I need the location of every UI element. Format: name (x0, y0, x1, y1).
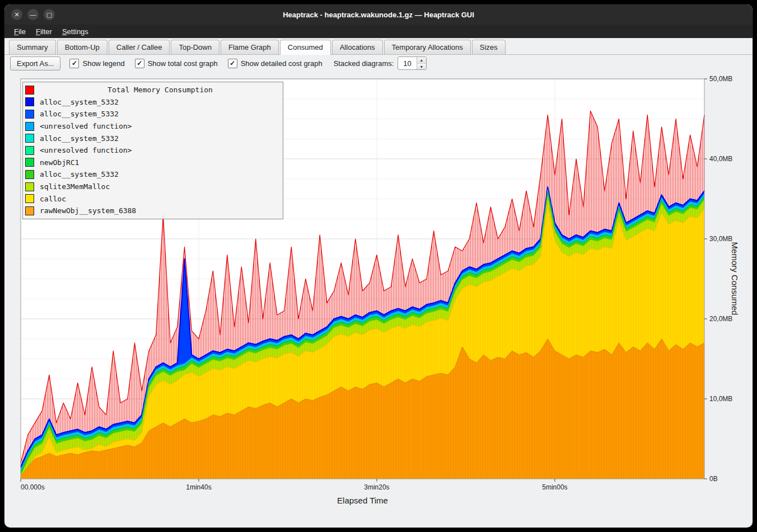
checkbox-box[interactable]: ✓ (69, 59, 79, 68)
checkbox-show-detailed-cost-graph[interactable]: ✓Show detailed cost graph (228, 59, 323, 68)
legend-item: <unresolved function> (25, 120, 281, 133)
menu-file[interactable]: File (9, 26, 31, 37)
x-tick-label: 5min00s (542, 483, 567, 491)
tab-allocations[interactable]: Allocations (332, 40, 383, 54)
tab-flame-graph[interactable]: Flame Graph (221, 40, 279, 54)
export-as-button[interactable]: Export As... (10, 57, 60, 70)
spin-buttons: ▲ ▼ (417, 57, 426, 69)
y-tick-label: 10,0MB (709, 395, 732, 403)
legend-swatch (25, 182, 34, 191)
toolbar-checkboxes: ✓Show legend✓Show total cost graph✓Show … (69, 59, 322, 68)
checkbox-box[interactable]: ✓ (135, 59, 144, 68)
tab-sizes[interactable]: Sizes (472, 40, 506, 54)
x-axis-label: Elapsed Time (21, 496, 704, 505)
window-controls: ✕—▢ (4, 9, 55, 20)
y-tick-label: 40,0MB (709, 155, 732, 163)
legend-item: <unresolved function> (25, 144, 281, 157)
titlebar: Heaptrack - heaptrack.wakunode.1.gz — He… (4, 4, 753, 25)
legend-swatch (25, 158, 34, 167)
tab-consumed[interactable]: Consumed (280, 40, 331, 55)
x-tick-label: 00.000s (21, 483, 45, 491)
spin-down-button[interactable]: ▼ (417, 64, 426, 70)
legend-item: alloc__system_5332 (25, 108, 281, 120)
menu-filter[interactable]: Filter (31, 26, 57, 37)
y-tick-label: 30,0MB (709, 235, 732, 243)
toolbar: Export As... ✓Show legend✓Show total cos… (4, 55, 753, 72)
legend-label: newObjRC1 (40, 158, 79, 167)
y-tick-label: 20,0MB (709, 315, 732, 323)
legend-swatch (25, 170, 34, 179)
legend-item: alloc__system_5332 (25, 132, 281, 144)
tab-top-down[interactable]: Top-Down (171, 40, 219, 54)
spin-up-button[interactable]: ▲ (417, 57, 426, 64)
legend-item: calloc (25, 192, 281, 205)
legend-swatch (25, 110, 34, 119)
legend-swatch (25, 146, 34, 155)
legend-label: alloc__system_5332 (40, 170, 119, 178)
app-window: Heaptrack - heaptrack.wakunode.1.gz — He… (4, 4, 753, 528)
legend-item: rawNewObj__system_6388 (25, 205, 281, 217)
legend-title-row: Total Memory Consumption (25, 84, 281, 96)
legend-label: <unresolved function> (40, 122, 132, 130)
legend-swatch (25, 122, 34, 131)
legend-item: sqlite3MemMalloc (25, 181, 281, 193)
tab-summary[interactable]: Summary (9, 40, 56, 54)
stacked-diagrams-spinbox[interactable]: 10 ▲ ▼ (398, 57, 426, 70)
checkbox-label: Show detailed cost graph (241, 59, 323, 68)
menu-settings[interactable]: Settings (57, 26, 94, 37)
checkbox-label: Show legend (82, 59, 124, 68)
legend-label: alloc__system_5332 (40, 98, 119, 106)
stacked-diagrams-group: Stacked diagrams: 10 ▲ ▼ (334, 57, 427, 70)
window-title: Heaptrack - heaptrack.wakunode.1.gz — He… (4, 11, 753, 19)
y-axis-label: Memory Consumed (730, 242, 740, 316)
x-tick-label: 1min40s (186, 483, 211, 491)
legend-swatch (25, 134, 34, 143)
chart-area: 00.000s1min40s3min20s5min00s0B10,0MB20,0… (4, 72, 753, 528)
x-tick-label: 3min20s (364, 483, 389, 491)
tab-caller-callee[interactable]: Caller / Callee (109, 40, 170, 54)
checkbox-show-legend[interactable]: ✓Show legend (69, 59, 124, 68)
legend-label: rawNewObj__system_6388 (40, 206, 136, 215)
menubar: FileFilterSettings (4, 25, 753, 38)
tab-bottom-up[interactable]: Bottom-Up (57, 40, 108, 54)
maximize-button[interactable]: ▢ (44, 9, 55, 20)
minimize-button[interactable]: — (27, 9, 39, 20)
legend-label: alloc__system_5332 (40, 134, 119, 143)
y-tick-label: 0B (709, 475, 718, 483)
checkbox-label: Show total cost graph (148, 59, 218, 68)
legend-label: calloc (40, 195, 66, 203)
legend-swatch (25, 206, 34, 215)
tabbar: SummaryBottom-UpCaller / CalleeTop-DownF… (4, 38, 753, 55)
stacked-diagrams-value[interactable]: 10 (398, 57, 416, 69)
legend-title: Total Memory Consumption (40, 86, 281, 94)
stacked-diagrams-label: Stacked diagrams: (334, 59, 394, 68)
legend-label: <unresolved function> (40, 146, 132, 154)
legend-item: newObjRC1 (25, 157, 281, 169)
checkbox-show-total-cost-graph[interactable]: ✓Show total cost graph (135, 59, 218, 68)
chart-legend: Total Memory Consumptionalloc__system_53… (22, 82, 283, 219)
legend-label: sqlite3MemMalloc (40, 182, 110, 191)
legend-label: alloc__system_5332 (40, 110, 119, 118)
close-button[interactable]: ✕ (11, 9, 22, 20)
legend-swatch (25, 194, 34, 203)
y-tick-label: 50,0MB (709, 75, 732, 83)
checkbox-box[interactable]: ✓ (228, 59, 237, 68)
legend-swatch (25, 97, 34, 106)
tab-temporary-allocations[interactable]: Temporary Allocations (384, 40, 471, 54)
legend-item: alloc__system_5332 (25, 96, 281, 109)
legend-item: alloc__system_5332 (25, 168, 281, 181)
legend-swatch-total (25, 86, 34, 95)
